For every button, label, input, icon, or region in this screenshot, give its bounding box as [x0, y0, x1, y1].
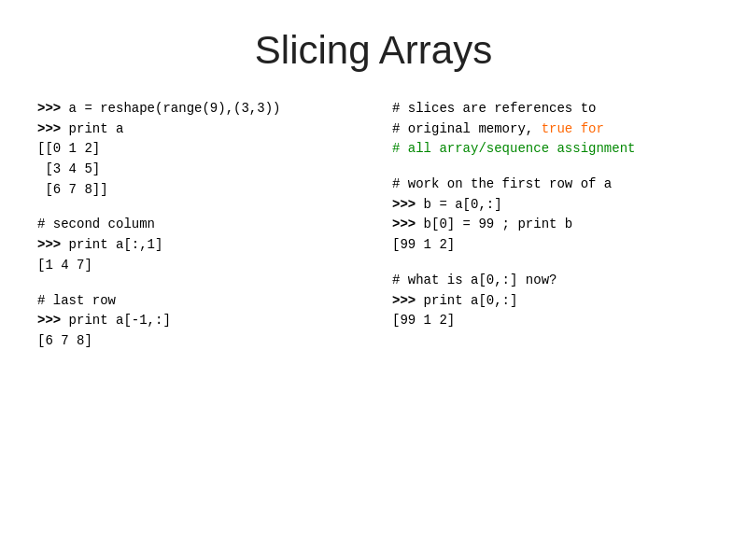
prompt: >>>: [37, 101, 69, 116]
left-column: >>> a = reshape(range(9),(3,3)) >>> prin…: [37, 99, 374, 367]
highlight-orange: true for: [542, 121, 604, 136]
output-line: [3 4 5]: [37, 160, 355, 180]
highlight-green: # all array/sequence assignment: [392, 141, 635, 156]
code-line: >>> b = a[0,:]: [392, 195, 710, 216]
code-text: print a[:,1]: [69, 237, 163, 252]
left-section-2: # second column >>> print a[:,1] [1 4 7]: [37, 215, 355, 275]
right-column: # slices are references to # original me…: [374, 99, 710, 367]
content-area: >>> a = reshape(range(9),(3,3)) >>> prin…: [0, 99, 747, 367]
right-section-3: # what is a[0,:] now? >>> print a[0,:] […: [392, 271, 710, 331]
page-title: Slicing Arrays: [0, 0, 747, 99]
code-line: >>> print a[:,1]: [37, 235, 355, 256]
left-section-3: # last row >>> print a[-1,:] [6 7 8]: [37, 291, 355, 352]
code-line: >>> b[0] = 99 ; print b: [392, 215, 710, 235]
prompt: >>>: [392, 217, 424, 231]
comment-line: # second column: [37, 215, 355, 235]
code-line: >>> print a: [37, 119, 355, 140]
output-line: [1 4 7]: [37, 256, 355, 276]
prompt: >>>: [392, 197, 424, 212]
code-text: print a: [69, 121, 124, 136]
code-text: b[0] = 99 ; print b: [424, 217, 573, 231]
output-line: [[0 1 2]: [37, 139, 355, 160]
comment-line: # what is a[0,:] now?: [392, 271, 710, 291]
prompt: >>>: [392, 293, 424, 308]
output-line: [99 1 2]: [392, 235, 710, 256]
code-line: >>> print a[-1,:]: [37, 311, 355, 331]
comment-line: # slices are references to: [392, 99, 710, 119]
comment-line: # last row: [37, 291, 355, 312]
prompt: >>>: [37, 121, 69, 136]
code-text: a = reshape(range(9),(3,3)): [69, 101, 281, 116]
comment-line: # all array/sequence assignment: [392, 139, 710, 160]
left-section-1: >>> a = reshape(range(9),(3,3)) >>> prin…: [37, 99, 355, 200]
prompt: >>>: [37, 237, 69, 252]
right-section-2: # work on the first row of a >>> b = a[0…: [392, 175, 710, 256]
right-section-1: # slices are references to # original me…: [392, 99, 710, 160]
comment-line: # work on the first row of a: [392, 175, 710, 195]
code-text: print a[0,:]: [424, 293, 518, 308]
code-text: b = a[0,:]: [424, 197, 502, 212]
prompt: >>>: [37, 313, 69, 328]
code-line: >>> a = reshape(range(9),(3,3)): [37, 99, 355, 119]
code-line: >>> print a[0,:]: [392, 291, 710, 312]
output-line: [99 1 2]: [392, 311, 710, 331]
output-line: [6 7 8]: [37, 331, 355, 352]
comment-line-mixed: # original memory, true for: [392, 119, 710, 140]
code-text: print a[-1,:]: [69, 313, 171, 328]
output-line: [6 7 8]]: [37, 180, 355, 201]
